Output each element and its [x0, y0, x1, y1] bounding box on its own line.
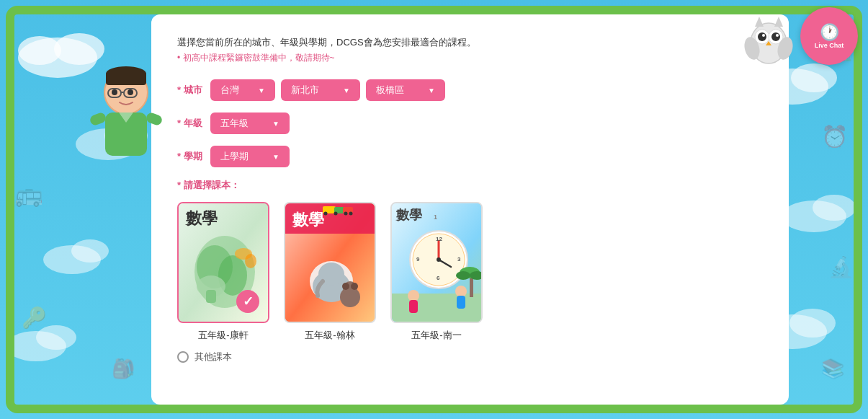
book-label-nan-yi: 五年級-南一: [411, 329, 461, 342]
books-row: 數學 ✓ 五年級-康軒: [177, 202, 763, 342]
svg-text:🔑: 🔑: [22, 306, 47, 330]
svg-point-85: [455, 286, 467, 297]
grade-field-row: * 年級 五年級 ▼: [177, 113, 763, 134]
book-cover-nan-yi: 12 3 6 9: [390, 202, 483, 323]
owl-character: [742, 11, 796, 68]
svg-point-10: [813, 195, 856, 221]
intro-section: 選擇您當前所在的城市、年級與學期，DCGS會為您安排最適合的課程。 • 初高中課…: [177, 35, 763, 65]
city-select[interactable]: 新北市 ▼: [281, 79, 360, 101]
svg-text:📚: 📚: [821, 357, 845, 380]
svg-point-29: [127, 89, 133, 95]
main-panel: 選擇您當前所在的城市、年級與學期，DCGS會為您安排最適合的課程。 • 初高中課…: [151, 14, 789, 405]
svg-point-89: [456, 271, 470, 280]
svg-text:6: 6: [437, 275, 440, 281]
svg-point-4: [791, 63, 837, 92]
svg-point-70: [344, 212, 348, 216]
svg-marker-36: [774, 17, 783, 27]
svg-point-68: [324, 212, 328, 216]
svg-point-69: [334, 212, 338, 216]
svg-point-61: [342, 283, 349, 290]
svg-point-83: [408, 290, 419, 301]
semester-select[interactable]: 上學期 ▼: [210, 146, 290, 167]
book-label-kang-xuan: 五年級-康軒: [198, 329, 248, 342]
chevron-down-icon: ▼: [343, 87, 350, 94]
svg-point-42: [776, 34, 779, 37]
clock-icon: 🕐: [820, 23, 839, 42]
svg-rect-86: [457, 296, 465, 309]
intro-line1: 選擇您當前所在的城市、年級與學期，DCGS會為您安排最適合的課程。: [177, 35, 763, 50]
semester-label: * 學期: [177, 150, 205, 163]
svg-text:🎒: 🎒: [112, 357, 135, 380]
live-chat-label: Live Chat: [815, 42, 844, 50]
svg-point-71: [349, 212, 353, 216]
character-figure: [86, 65, 166, 169]
city-label: * 城市: [177, 84, 205, 97]
svg-point-53: [245, 254, 256, 268]
svg-rect-32: [145, 112, 163, 127]
svg-rect-51: [206, 290, 216, 303]
chevron-down-icon: ▼: [272, 153, 279, 161]
svg-point-12: [36, 325, 76, 350]
svg-point-2: [18, 36, 61, 65]
svg-point-28: [112, 89, 117, 95]
svg-text:3: 3: [457, 256, 461, 263]
svg-point-40: [771, 32, 780, 41]
svg-text:12: 12: [436, 236, 442, 242]
book-cover-kang-xuan: 數學 ✓: [177, 202, 269, 323]
book-cover-han-lin: 數學: [284, 202, 376, 323]
chevron-down-icon: ▼: [258, 87, 265, 94]
svg-point-39: [758, 32, 766, 41]
book-han-lin[interactable]: 數學 五年級-翰林: [284, 202, 376, 342]
svg-text:⏰: ⏰: [821, 124, 849, 150]
other-textbook-option[interactable]: 其他課本: [177, 350, 763, 363]
grade-label: * 年級: [177, 117, 205, 130]
other-textbook-radio[interactable]: [177, 351, 189, 363]
district-select[interactable]: 板橋區 ▼: [366, 79, 445, 101]
svg-text:1: 1: [434, 213, 437, 221]
textbook-section-label: * 請選擇課本：: [177, 179, 763, 192]
svg-point-8: [71, 239, 109, 263]
city-field-row: * 城市 台灣 ▼ 新北市 ▼ 板橋區 ▼: [177, 79, 763, 101]
svg-rect-24: [106, 72, 146, 85]
grade-select[interactable]: 五年級 ▼: [210, 113, 290, 134]
svg-text:數學: 數學: [395, 208, 422, 222]
svg-text:數學: 數學: [184, 209, 218, 227]
svg-text:🔬: 🔬: [828, 255, 854, 279]
book-label-han-lin: 五年級-翰林: [305, 329, 354, 342]
book-nan-yi[interactable]: 12 3 6 9: [390, 202, 483, 342]
book-kang-xuan[interactable]: 數學 ✓ 五年級-康軒: [177, 202, 269, 342]
province-select[interactable]: 台灣 ▼: [210, 79, 275, 101]
svg-rect-84: [409, 300, 418, 313]
svg-point-14: [789, 309, 836, 338]
svg-rect-31: [89, 112, 107, 127]
chevron-down-icon: ▼: [272, 120, 279, 128]
chevron-down-icon: ▼: [428, 87, 435, 94]
svg-point-1: [54, 33, 104, 65]
live-chat-button[interactable]: 🕐 Live Chat: [800, 7, 858, 65]
svg-point-78: [437, 257, 441, 262]
intro-line2: • 初高中課程緊鑼密鼓準備中，敬請期待~: [177, 50, 763, 65]
svg-rect-73: [392, 294, 483, 323]
svg-text:數學: 數學: [291, 211, 324, 229]
svg-point-62: [351, 283, 358, 290]
other-textbook-label: 其他課本: [194, 350, 232, 363]
svg-text:9: 9: [416, 256, 420, 263]
textbook-section: * 請選擇課本：: [177, 179, 763, 363]
svg-text:🚌: 🚌: [14, 180, 43, 208]
svg-point-41: [762, 34, 765, 37]
semester-field-row: * 學期 上學期 ▼: [177, 146, 763, 167]
svg-marker-35: [755, 17, 764, 27]
